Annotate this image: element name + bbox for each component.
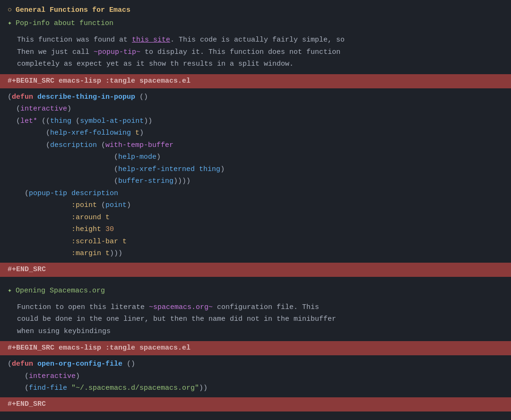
prose-text-2-1a: Function to open this literate <box>17 303 149 311</box>
main-heading: ○ General Functions for Emacs <box>0 4 511 17</box>
prose-line-2-2: could be done in the one liner, but then… <box>17 313 494 326</box>
code-line-12: :height 30 <box>8 223 503 236</box>
code-line-1: (defun describe-thing-in-popup () <box>8 91 503 103</box>
heading-text: General Functions for Emacs <box>16 5 130 16</box>
subheading-text-1: Pop-info about function <box>16 18 113 29</box>
prose-line-1: This function was found at this site. Th… <box>17 34 494 46</box>
code-line-5: (description (with-temp-buffer <box>8 139 503 152</box>
code-line-11: :around t <box>8 212 503 224</box>
src-header-2: #+BEGIN_SRC emacs-lisp :tangle spacemacs… <box>0 341 511 355</box>
page: ○ General Functions for Emacs ✦ Pop-info… <box>0 0 511 415</box>
src-header-1: #+BEGIN_SRC emacs-lisp :tangle spacemacs… <box>0 74 511 88</box>
code-line-10: :point (point) <box>8 199 503 212</box>
subheading-1: ✦ Pop-info about function <box>0 17 511 30</box>
heading-bullet: ○ <box>8 5 12 16</box>
code-block-1: (defun describe-thing-in-popup () (inter… <box>0 88 511 263</box>
prose-text-1b: . This code is actually fairly simple, s… <box>170 36 345 44</box>
prose-2: Function to open this literate ~spacemac… <box>0 298 511 342</box>
subheading-star-2: ✦ <box>8 285 12 297</box>
prose-text-3: completely as expect yet as it show th r… <box>17 60 294 68</box>
subheading-2: ✦ Opening Spacemacs.org <box>0 284 511 298</box>
code-line-6: (help-mode) <box>8 151 503 163</box>
prose-line-3: completely as expect yet as it show th r… <box>17 58 494 70</box>
code-line-8: (buffer-string)))) <box>8 175 503 188</box>
prose-text-2-2: could be done in the one liner, but then… <box>17 315 336 323</box>
subheading-star-1: ✦ <box>8 18 12 29</box>
prose-1: This function was found at this site. Th… <box>0 30 511 74</box>
code-line-2-1: (defun open-org-config-file () <box>8 358 503 370</box>
code-line-4: (help-xref-following t) <box>8 127 503 139</box>
subheading-text-2: Opening Spacemacs.org <box>16 285 105 297</box>
code-line-3: (let* ((thing (symbol-at-point)) <box>8 115 503 128</box>
prose-text-1a: This function was found at <box>17 36 132 44</box>
src-footer-2: #+END_SRC <box>0 397 511 411</box>
prose-text-2b: to display it. This function does not fu… <box>140 48 340 56</box>
code-line-14: :margin t))) <box>8 248 503 260</box>
code-line-2: (interactive) <box>8 103 503 115</box>
prose-line-2-1: Function to open this literate ~spacemac… <box>17 301 494 314</box>
prose-line-2-3: when using keybindings <box>17 326 494 338</box>
prose-code-2: ~popup-tip~ <box>94 48 140 56</box>
code-line-2-3: (find-file "~/.spacemacs.d/spacemacs.org… <box>8 382 503 394</box>
section-gap-1 <box>0 277 511 284</box>
src-footer-1: #+END_SRC <box>0 263 511 277</box>
prose-text-2-3: when using keybindings <box>17 327 111 335</box>
prose-line-2: Then we just call ~popup-tip~ to display… <box>17 46 494 59</box>
code-line-2-2: (interactive) <box>8 370 503 383</box>
prose-text-2-1b: configuration file. This <box>213 303 319 311</box>
code-line-9: (popup-tip description <box>8 188 503 200</box>
code-line-13: :scroll-bar t <box>8 236 503 248</box>
code-line-7: (help-xref-interned thing) <box>8 163 503 176</box>
prose-code-2-1: ~spacemacs.org~ <box>149 303 213 311</box>
prose-link-1[interactable]: this site <box>132 36 170 44</box>
prose-text-2a: Then we just call <box>17 48 94 56</box>
code-block-2: (defun open-org-config-file () (interact… <box>0 355 511 397</box>
